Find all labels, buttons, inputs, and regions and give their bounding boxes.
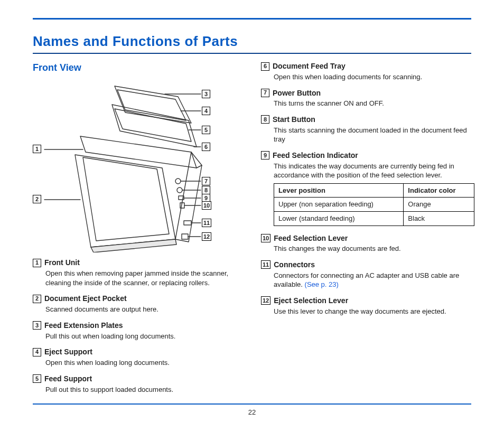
part-number-box: 6 [261,62,269,71]
part-item: 2Document Eject PocketScanned documents … [33,294,243,314]
callout-box: 2 [33,195,41,203]
see-page-link[interactable]: (See p. 23) [305,280,339,288]
table-row: Lower (standard feeding)Black [274,212,474,226]
table-row: Upper (non separation feeding)Orange [274,198,474,212]
section-title: Front View [33,61,243,74]
part-title: Feed Support [44,374,92,384]
part-number-box: 10 [261,234,270,242]
part-number-box: 2 [33,295,41,303]
table-cell: Upper (non separation feeding) [274,198,404,212]
page-number: 22 [33,408,471,417]
part-title: Front Unit [44,258,80,268]
part-description: Pull out this to support loaded document… [45,385,243,395]
part-title: Power Button [273,88,321,98]
page-title: Names and Functions of Parts [33,32,471,51]
part-number-box: 5 [33,374,41,383]
callout-box: 12 [202,232,211,241]
part-item: 8Start ButtonThis starts scanning the do… [261,115,471,144]
parts-list-left: 1Front UnitOpen this when removing paper… [33,258,243,394]
part-number-box: 3 [33,321,41,330]
part-item: 5Feed SupportPull out this to support lo… [33,374,243,394]
top-rule [33,18,471,20]
part-description: Use this lever to change the way documen… [274,307,471,316]
part-description: Connectors for connecting an AC adapter … [274,271,471,289]
part-number-box: 8 [261,115,269,124]
part-number-box: 11 [261,260,270,269]
part-item: 12Eject Selection LeverUse this lever to… [261,296,471,316]
part-item: 3Feed Extension PlatesPull this out when… [33,321,243,341]
svg-rect-4 [184,221,191,225]
part-description: Open this when loading long documents. [45,358,243,368]
part-item: 7Power ButtonThis turns the scanner ON a… [261,88,471,108]
part-number-box: 4 [33,348,41,356]
part-number-box: 7 [261,89,269,97]
part-item: 6Document Feed TrayOpen this when loadin… [261,61,471,81]
part-title: Eject Selection Lever [274,296,348,306]
table-cell: Orange [404,198,474,212]
part-title: Feed Selection Lever [274,233,348,243]
callout-box: 5 [202,126,210,134]
part-item: 9Feed Selection IndicatorThis indicates … [261,151,471,226]
parts-list-right: 6Document Feed TrayOpen this when loadin… [261,61,471,316]
callout-box: 11 [202,219,211,227]
part-item: 11ConnectorsConnectors for connecting an… [261,260,471,289]
part-item: 4Eject SupportOpen this when loading lon… [33,347,243,367]
part-description: Pull this out when loading long document… [45,332,243,341]
scanner-illustration [33,78,244,252]
part-title: Document Feed Tray [273,61,346,71]
table-header: Indicator color [404,183,474,198]
table-cell: Black [404,212,474,226]
part-description: This indicates the way documents are cur… [274,162,471,180]
part-description: This turns the scanner ON and OFF. [274,99,471,108]
part-title: Document Eject Pocket [44,294,127,304]
callout-box: 8 [202,186,210,194]
part-title: Eject Support [44,347,92,357]
title-rule [33,53,471,54]
front-view-diagram: 1 2 3 4 5 6 7 [33,78,243,252]
indicator-table: Lever positionIndicator colorUpper (non … [274,183,474,226]
part-number-box: 9 [261,151,269,159]
part-item: 10Feed Selection LeverThis changes the w… [261,233,471,253]
callout-box: 1 [33,145,41,153]
part-description: This starts scanning the document loaded… [274,126,471,144]
bottom-rule [33,403,471,405]
callout-box: 4 [202,107,210,115]
part-description: Open this when removing paper jammed ins… [45,269,243,287]
part-title: Feed Selection Indicator [273,151,358,161]
callout-box: 10 [202,201,211,210]
part-title: Start Button [273,115,315,125]
part-number-box: 12 [261,296,270,305]
table-cell: Lower (standard feeding) [274,212,404,226]
part-description: This changes the way documents are fed. [274,244,471,253]
svg-point-1 [177,187,182,193]
table-header: Lever position [274,183,404,198]
part-description: Scanned documents are output here. [45,305,243,314]
part-title: Connectors [274,260,315,270]
callout-box: 7 [202,177,210,185]
callout-box: 3 [202,90,210,98]
svg-point-0 [175,179,181,184]
svg-rect-5 [182,234,188,239]
callout-box: 6 [202,143,210,151]
part-description: Open this when loading documents for sca… [274,72,471,82]
part-title: Feed Extension Plates [44,321,123,331]
part-item: 1Front UnitOpen this when removing paper… [33,258,243,287]
part-number-box: 1 [33,259,41,267]
svg-rect-3 [180,203,184,208]
